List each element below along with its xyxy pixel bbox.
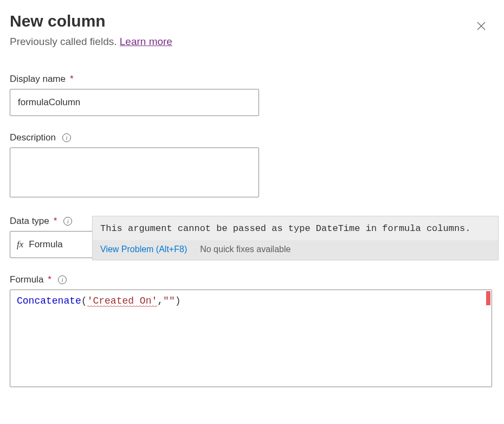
view-problem-link[interactable]: View Problem (Alt+F8)	[100, 245, 187, 254]
display-name-input[interactable]	[10, 89, 259, 116]
fx-icon: fx	[17, 239, 23, 250]
error-tooltip: This argument cannot be passed as type D…	[92, 216, 499, 260]
error-tooltip-footer: View Problem (Alt+F8) No quick fixes ava…	[93, 240, 498, 260]
formula-token-arg1-error: 'Created On'	[87, 295, 158, 307]
formula-token-open: (	[81, 295, 87, 306]
data-type-label-text: Data type	[10, 216, 49, 227]
required-asterisk: *	[48, 274, 51, 285]
info-icon[interactable]: i	[62, 133, 71, 142]
required-asterisk: *	[70, 74, 74, 85]
info-icon[interactable]: i	[63, 217, 72, 226]
description-field: Description i	[10, 132, 494, 200]
formula-token-arg2: ""	[163, 295, 175, 306]
display-name-label: Display name *	[10, 74, 494, 85]
error-tooltip-message: This argument cannot be passed as type D…	[93, 216, 498, 240]
description-label-text: Description	[10, 132, 56, 143]
new-column-panel: New column Previously called fields. Lea…	[0, 0, 504, 403]
formula-label-text: Formula	[10, 274, 43, 285]
no-quick-fixes-text: No quick fixes available	[200, 245, 290, 254]
formula-token-sep: ,	[157, 295, 163, 306]
display-name-label-text: Display name	[10, 74, 66, 85]
description-label: Description i	[10, 132, 494, 143]
formula-label: Formula * i	[10, 274, 494, 285]
info-icon[interactable]: i	[58, 275, 67, 284]
subtitle-text: Previously called fields.	[10, 36, 120, 47]
close-icon	[476, 21, 487, 31]
error-gutter-marker[interactable]	[486, 291, 490, 305]
required-asterisk: *	[54, 216, 57, 227]
display-name-field: Display name *	[10, 74, 494, 116]
formula-field: Formula * i Concatenate('Created On',"")	[10, 274, 494, 387]
formula-token-function: Concatenate	[17, 295, 81, 306]
data-type-field: Data type * i fx Formula This argument c…	[10, 216, 494, 258]
data-type-value: Formula	[29, 239, 62, 250]
panel-title: New column	[10, 12, 494, 30]
formula-token-close: )	[175, 295, 181, 306]
learn-more-link[interactable]: Learn more	[120, 36, 172, 47]
close-button[interactable]	[476, 21, 489, 34]
description-input[interactable]	[10, 147, 259, 197]
panel-subtitle: Previously called fields. Learn more	[10, 36, 494, 48]
formula-editor[interactable]: Concatenate('Created On',"")	[10, 290, 492, 387]
